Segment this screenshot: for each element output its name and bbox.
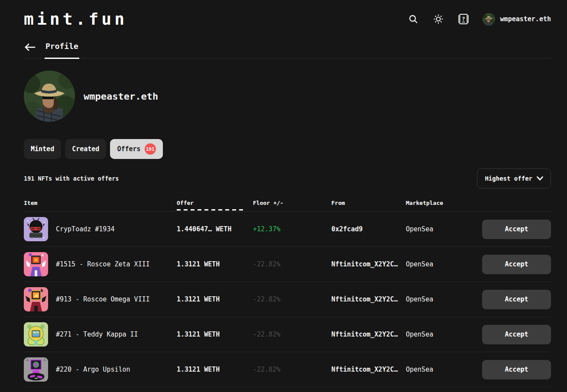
floor-change: +12.37% [253, 225, 331, 233]
topbar-actions: ? wmpeaster.eth [407, 13, 551, 26]
table-row: #1515 - Roscoe Zeta XIII 1.3121 WETH -22… [24, 247, 551, 282]
offer-amount: 1.3121 WETH [177, 260, 253, 268]
nft-thumbnail-art [24, 357, 48, 382]
nft-thumbnail [24, 217, 48, 241]
tab-minted-label: Minted [31, 145, 54, 153]
nft-name[interactable]: #271 - Teddy Kappa II [56, 330, 138, 338]
table-row: CrypToadz #1934 1.440647… WETH +12.37% 0… [24, 212, 551, 247]
tab-minted[interactable]: Minted [24, 139, 61, 159]
col-item: Item [24, 200, 177, 206]
page-nav: Profile [24, 42, 551, 58]
col-floor: Floor +/- [253, 200, 331, 206]
nft-thumbnail-art [24, 322, 48, 347]
profile-tabs: Minted Created Offers 191 [24, 139, 551, 159]
col-from: From [331, 200, 406, 206]
sort-indicator-dashes [177, 209, 245, 211]
offer-amount: 1.440647… WETH [177, 225, 253, 233]
profile-avatar [24, 71, 75, 122]
nft-name[interactable]: #220 - Argo Upsilon [56, 366, 130, 373]
sun-icon[interactable] [432, 13, 444, 25]
nft-item-cell[interactable]: #1515 - Roscoe Zeta XIII [24, 252, 177, 276]
accept-button[interactable]: Accept [482, 325, 551, 344]
marketplace: OpenSea [406, 225, 482, 233]
offer-from[interactable]: Nftinitcom_X2Y2C… [331, 330, 406, 338]
marketplace: OpenSea [406, 260, 482, 268]
col-offer[interactable]: Offer [177, 200, 253, 206]
table-row: #271 - Teddy Kappa II 1.3121 WETH -22.82… [24, 317, 551, 352]
sort-dropdown[interactable]: Highest offer [477, 168, 551, 188]
accept-button[interactable]: Accept [482, 360, 551, 379]
offers-summary: 191 NFTs with active offers [24, 175, 119, 182]
offers-table-header: Item Offer Floor +/- From Marketplace [24, 200, 551, 212]
page-title[interactable]: Profile [45, 42, 79, 59]
nft-thumbnail [24, 357, 48, 382]
col-offer-label: Offer [177, 200, 194, 206]
tab-created-label: Created [72, 145, 99, 153]
tab-created[interactable]: Created [65, 139, 106, 159]
nft-thumbnail [24, 287, 48, 311]
nft-thumbnail [24, 252, 48, 276]
offer-amount: 1.3121 WETH [177, 295, 253, 303]
offer-from[interactable]: 0x2fcad9 [331, 225, 406, 233]
accept-button[interactable]: Accept [482, 290, 551, 309]
mintfun-logo[interactable]: mint.fun [24, 10, 127, 29]
nft-thumbnail-art [24, 252, 48, 276]
offer-from[interactable]: Nftinitcom_X2Y2C… [331, 366, 406, 373]
nft-item-cell[interactable]: CrypToadz #1934 [24, 217, 177, 241]
nft-item-cell[interactable]: #220 - Argo Upsilon [24, 357, 177, 382]
marketplace: OpenSea [406, 366, 482, 373]
floor-change: -22.82% [253, 295, 331, 303]
sort-dropdown-label: Highest offer [485, 175, 532, 182]
page: mint.fun ? [0, 0, 567, 387]
marketplace: OpenSea [406, 295, 482, 303]
chevron-down-icon [537, 176, 543, 181]
back-arrow-icon[interactable] [24, 42, 36, 54]
profile-username: wmpeaster.eth [84, 91, 158, 102]
search-icon[interactable] [407, 13, 419, 25]
marketplace: OpenSea [406, 330, 482, 338]
col-marketplace: Marketplace [406, 200, 482, 206]
accept-button[interactable]: Accept [482, 255, 551, 274]
floor-change: -22.82% [253, 366, 331, 373]
nft-thumbnail-art [24, 287, 48, 311]
topbar-username[interactable]: wmpeaster.eth [500, 15, 551, 23]
tab-offers[interactable]: Offers 191 [110, 139, 162, 159]
accept-button[interactable]: Accept [482, 220, 551, 239]
offers-count-badge: 191 [145, 143, 156, 155]
offers-table-body: CrypToadz #1934 1.440647… WETH +12.37% 0… [24, 212, 551, 387]
nft-name[interactable]: CrypToadz #1934 [56, 225, 114, 233]
table-row: #913 - Roscoe Omega VIII 1.3121 WETH -22… [24, 282, 551, 317]
offer-from[interactable]: Nftinitcom_X2Y2C… [331, 260, 406, 268]
floor-change: -22.82% [253, 330, 331, 338]
svg-text:?: ? [462, 16, 465, 22]
offer-from[interactable]: Nftinitcom_X2Y2C… [331, 295, 406, 303]
table-row: #220 - Argo Upsilon 1.3121 WETH -22.82% … [24, 352, 551, 387]
nft-thumbnail [24, 322, 48, 347]
nft-item-cell[interactable]: #271 - Teddy Kappa II [24, 322, 177, 347]
nft-name[interactable]: #913 - Roscoe Omega VIII [56, 295, 150, 303]
nft-thumbnail-art [24, 217, 48, 241]
topbar: mint.fun ? [24, 0, 551, 38]
floor-change: -22.82% [253, 260, 331, 268]
tab-offers-label: Offers [117, 145, 140, 153]
offer-amount: 1.3121 WETH [177, 366, 253, 373]
offers-toolbar: 191 NFTs with active offers Highest offe… [24, 168, 551, 188]
profile-header: wmpeaster.eth [24, 71, 551, 122]
nft-name[interactable]: #1515 - Roscoe Zeta XIII [56, 260, 150, 268]
help-icon[interactable]: ? [457, 13, 470, 25]
user-avatar[interactable] [483, 13, 495, 26]
offer-amount: 1.3121 WETH [177, 330, 253, 338]
nft-item-cell[interactable]: #913 - Roscoe Omega VIII [24, 287, 177, 311]
